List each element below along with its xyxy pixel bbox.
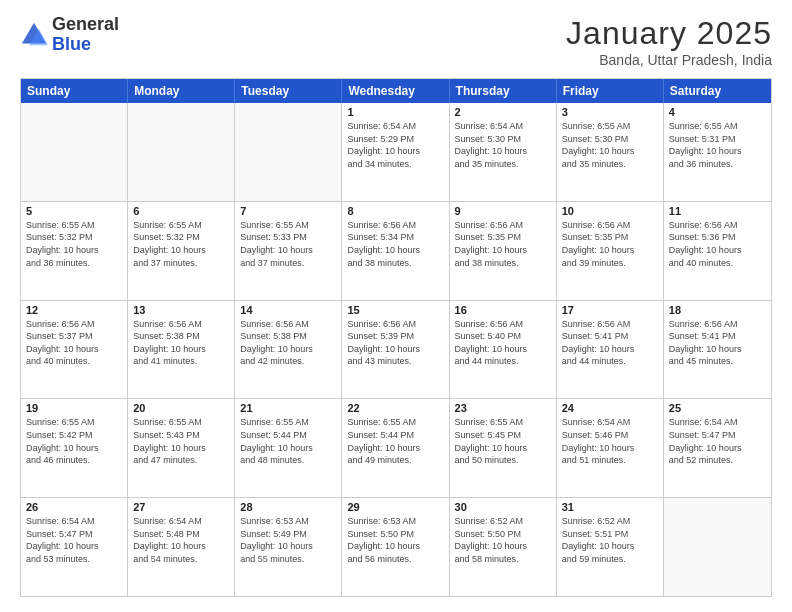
day-header-sunday: Sunday xyxy=(21,79,128,103)
day-info-22: Sunrise: 6:55 AM Sunset: 5:44 PM Dayligh… xyxy=(347,416,443,466)
day-number-27: 27 xyxy=(133,501,229,513)
day-number-2: 2 xyxy=(455,106,551,118)
calendar-day-25: 25Sunrise: 6:54 AM Sunset: 5:47 PM Dayli… xyxy=(664,399,771,497)
day-header-friday: Friday xyxy=(557,79,664,103)
calendar-day-16: 16Sunrise: 6:56 AM Sunset: 5:40 PM Dayli… xyxy=(450,301,557,399)
day-number-14: 14 xyxy=(240,304,336,316)
day-info-2: Sunrise: 6:54 AM Sunset: 5:30 PM Dayligh… xyxy=(455,120,551,170)
calendar: Sunday Monday Tuesday Wednesday Thursday… xyxy=(20,78,772,597)
day-info-9: Sunrise: 6:56 AM Sunset: 5:35 PM Dayligh… xyxy=(455,219,551,269)
calendar-day-11: 11Sunrise: 6:56 AM Sunset: 5:36 PM Dayli… xyxy=(664,202,771,300)
calendar-day-12: 12Sunrise: 6:56 AM Sunset: 5:37 PM Dayli… xyxy=(21,301,128,399)
day-number-15: 15 xyxy=(347,304,443,316)
calendar-day-8: 8Sunrise: 6:56 AM Sunset: 5:34 PM Daylig… xyxy=(342,202,449,300)
day-info-29: Sunrise: 6:53 AM Sunset: 5:50 PM Dayligh… xyxy=(347,515,443,565)
day-number-16: 16 xyxy=(455,304,551,316)
day-info-3: Sunrise: 6:55 AM Sunset: 5:30 PM Dayligh… xyxy=(562,120,658,170)
day-info-19: Sunrise: 6:55 AM Sunset: 5:42 PM Dayligh… xyxy=(26,416,122,466)
calendar-day-18: 18Sunrise: 6:56 AM Sunset: 5:41 PM Dayli… xyxy=(664,301,771,399)
day-info-7: Sunrise: 6:55 AM Sunset: 5:33 PM Dayligh… xyxy=(240,219,336,269)
calendar-day-22: 22Sunrise: 6:55 AM Sunset: 5:44 PM Dayli… xyxy=(342,399,449,497)
day-info-20: Sunrise: 6:55 AM Sunset: 5:43 PM Dayligh… xyxy=(133,416,229,466)
calendar-day-15: 15Sunrise: 6:56 AM Sunset: 5:39 PM Dayli… xyxy=(342,301,449,399)
day-info-8: Sunrise: 6:56 AM Sunset: 5:34 PM Dayligh… xyxy=(347,219,443,269)
day-info-23: Sunrise: 6:55 AM Sunset: 5:45 PM Dayligh… xyxy=(455,416,551,466)
calendar-week-3: 12Sunrise: 6:56 AM Sunset: 5:37 PM Dayli… xyxy=(21,301,771,400)
day-number-24: 24 xyxy=(562,402,658,414)
calendar-day-17: 17Sunrise: 6:56 AM Sunset: 5:41 PM Dayli… xyxy=(557,301,664,399)
day-number-29: 29 xyxy=(347,501,443,513)
calendar-day-4: 4Sunrise: 6:55 AM Sunset: 5:31 PM Daylig… xyxy=(664,103,771,201)
calendar-day-23: 23Sunrise: 6:55 AM Sunset: 5:45 PM Dayli… xyxy=(450,399,557,497)
day-info-11: Sunrise: 6:56 AM Sunset: 5:36 PM Dayligh… xyxy=(669,219,766,269)
calendar-week-5: 26Sunrise: 6:54 AM Sunset: 5:47 PM Dayli… xyxy=(21,498,771,596)
calendar-day-3: 3Sunrise: 6:55 AM Sunset: 5:30 PM Daylig… xyxy=(557,103,664,201)
day-info-24: Sunrise: 6:54 AM Sunset: 5:46 PM Dayligh… xyxy=(562,416,658,466)
calendar-day-20: 20Sunrise: 6:55 AM Sunset: 5:43 PM Dayli… xyxy=(128,399,235,497)
day-info-13: Sunrise: 6:56 AM Sunset: 5:38 PM Dayligh… xyxy=(133,318,229,368)
day-number-21: 21 xyxy=(240,402,336,414)
day-number-8: 8 xyxy=(347,205,443,217)
day-number-1: 1 xyxy=(347,106,443,118)
day-number-18: 18 xyxy=(669,304,766,316)
title-block: January 2025 Banda, Uttar Pradesh, India xyxy=(566,15,772,68)
day-number-30: 30 xyxy=(455,501,551,513)
page: General Blue January 2025 Banda, Uttar P… xyxy=(0,0,792,612)
calendar-day-28: 28Sunrise: 6:53 AM Sunset: 5:49 PM Dayli… xyxy=(235,498,342,596)
header: General Blue January 2025 Banda, Uttar P… xyxy=(20,15,772,68)
day-number-13: 13 xyxy=(133,304,229,316)
day-info-6: Sunrise: 6:55 AM Sunset: 5:32 PM Dayligh… xyxy=(133,219,229,269)
calendar-week-4: 19Sunrise: 6:55 AM Sunset: 5:42 PM Dayli… xyxy=(21,399,771,498)
day-number-5: 5 xyxy=(26,205,122,217)
calendar-day-1: 1Sunrise: 6:54 AM Sunset: 5:29 PM Daylig… xyxy=(342,103,449,201)
day-number-28: 28 xyxy=(240,501,336,513)
day-number-25: 25 xyxy=(669,402,766,414)
calendar-header: Sunday Monday Tuesday Wednesday Thursday… xyxy=(21,79,771,103)
day-info-30: Sunrise: 6:52 AM Sunset: 5:50 PM Dayligh… xyxy=(455,515,551,565)
day-number-7: 7 xyxy=(240,205,336,217)
calendar-week-1: 1Sunrise: 6:54 AM Sunset: 5:29 PM Daylig… xyxy=(21,103,771,202)
day-info-5: Sunrise: 6:55 AM Sunset: 5:32 PM Dayligh… xyxy=(26,219,122,269)
day-info-12: Sunrise: 6:56 AM Sunset: 5:37 PM Dayligh… xyxy=(26,318,122,368)
day-info-25: Sunrise: 6:54 AM Sunset: 5:47 PM Dayligh… xyxy=(669,416,766,466)
calendar-day-empty xyxy=(235,103,342,201)
day-number-9: 9 xyxy=(455,205,551,217)
day-header-wednesday: Wednesday xyxy=(342,79,449,103)
logo-blue: Blue xyxy=(52,34,91,54)
day-info-17: Sunrise: 6:56 AM Sunset: 5:41 PM Dayligh… xyxy=(562,318,658,368)
day-info-21: Sunrise: 6:55 AM Sunset: 5:44 PM Dayligh… xyxy=(240,416,336,466)
day-number-17: 17 xyxy=(562,304,658,316)
calendar-body: 1Sunrise: 6:54 AM Sunset: 5:29 PM Daylig… xyxy=(21,103,771,596)
day-number-12: 12 xyxy=(26,304,122,316)
day-number-4: 4 xyxy=(669,106,766,118)
logo-icon xyxy=(20,21,48,49)
day-number-26: 26 xyxy=(26,501,122,513)
calendar-day-empty xyxy=(128,103,235,201)
calendar-day-5: 5Sunrise: 6:55 AM Sunset: 5:32 PM Daylig… xyxy=(21,202,128,300)
day-info-26: Sunrise: 6:54 AM Sunset: 5:47 PM Dayligh… xyxy=(26,515,122,565)
calendar-day-13: 13Sunrise: 6:56 AM Sunset: 5:38 PM Dayli… xyxy=(128,301,235,399)
calendar-day-21: 21Sunrise: 6:55 AM Sunset: 5:44 PM Dayli… xyxy=(235,399,342,497)
day-header-thursday: Thursday xyxy=(450,79,557,103)
day-info-15: Sunrise: 6:56 AM Sunset: 5:39 PM Dayligh… xyxy=(347,318,443,368)
day-info-10: Sunrise: 6:56 AM Sunset: 5:35 PM Dayligh… xyxy=(562,219,658,269)
calendar-day-7: 7Sunrise: 6:55 AM Sunset: 5:33 PM Daylig… xyxy=(235,202,342,300)
day-number-10: 10 xyxy=(562,205,658,217)
day-info-4: Sunrise: 6:55 AM Sunset: 5:31 PM Dayligh… xyxy=(669,120,766,170)
day-header-tuesday: Tuesday xyxy=(235,79,342,103)
day-info-27: Sunrise: 6:54 AM Sunset: 5:48 PM Dayligh… xyxy=(133,515,229,565)
logo-text: General Blue xyxy=(52,15,119,55)
calendar-day-10: 10Sunrise: 6:56 AM Sunset: 5:35 PM Dayli… xyxy=(557,202,664,300)
day-info-18: Sunrise: 6:56 AM Sunset: 5:41 PM Dayligh… xyxy=(669,318,766,368)
location-subtitle: Banda, Uttar Pradesh, India xyxy=(566,52,772,68)
calendar-day-2: 2Sunrise: 6:54 AM Sunset: 5:30 PM Daylig… xyxy=(450,103,557,201)
calendar-day-27: 27Sunrise: 6:54 AM Sunset: 5:48 PM Dayli… xyxy=(128,498,235,596)
day-header-saturday: Saturday xyxy=(664,79,771,103)
calendar-day-26: 26Sunrise: 6:54 AM Sunset: 5:47 PM Dayli… xyxy=(21,498,128,596)
calendar-day-30: 30Sunrise: 6:52 AM Sunset: 5:50 PM Dayli… xyxy=(450,498,557,596)
calendar-day-6: 6Sunrise: 6:55 AM Sunset: 5:32 PM Daylig… xyxy=(128,202,235,300)
calendar-day-31: 31Sunrise: 6:52 AM Sunset: 5:51 PM Dayli… xyxy=(557,498,664,596)
month-title: January 2025 xyxy=(566,15,772,52)
day-number-3: 3 xyxy=(562,106,658,118)
logo-general: General xyxy=(52,14,119,34)
